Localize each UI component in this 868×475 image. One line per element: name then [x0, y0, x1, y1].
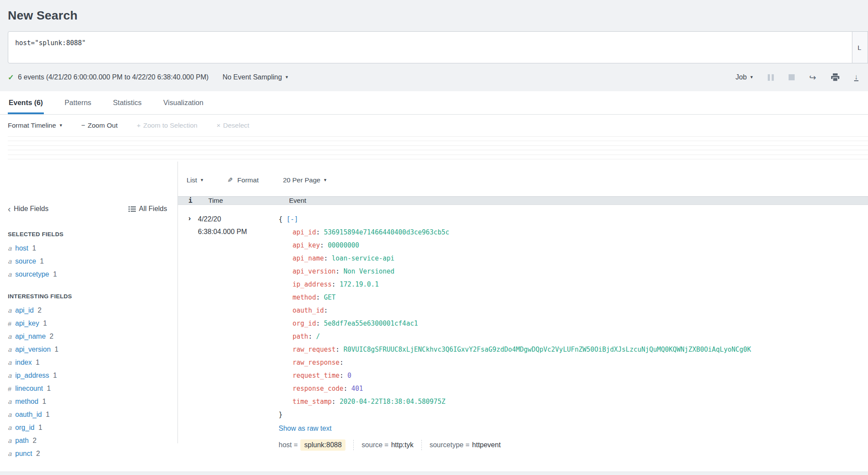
field-link-api_id[interactable]: api_id — [15, 307, 34, 314]
field-count: 2 — [49, 333, 53, 340]
field-row-org_id: aorg_id1 — [0, 421, 178, 434]
export-button[interactable]: ↓ — [854, 74, 859, 81]
expand-event-chevron[interactable]: › — [188, 214, 191, 222]
zoom-to-selection-button[interactable]: +Zoom to Selection — [137, 122, 197, 129]
json-key[interactable]: response_code — [293, 385, 343, 393]
field-link-api_name[interactable]: api_name — [15, 333, 46, 340]
list-view-dropdown[interactable]: List ▾ — [187, 176, 203, 184]
json-key[interactable]: raw_request — [293, 346, 335, 353]
field-link-api_version[interactable]: api_version — [15, 346, 51, 353]
bottom-scroll-strip[interactable] — [0, 472, 868, 475]
field-link-host[interactable]: host — [15, 244, 28, 252]
hide-fields-button[interactable]: ‹ Hide Fields — [8, 205, 49, 213]
show-raw-text-link[interactable]: Show as raw text — [279, 422, 332, 435]
json-key[interactable]: method — [293, 294, 316, 301]
field-row-source: asource1 — [0, 255, 178, 268]
field-link-org_id[interactable]: org_id — [15, 424, 34, 432]
json-key[interactable]: api_id — [293, 228, 316, 236]
all-fields-button[interactable]: All Fields — [128, 205, 167, 213]
meta-value-host[interactable]: splunk:8088 — [300, 439, 345, 451]
json-key[interactable]: request_time — [293, 372, 339, 379]
json-value[interactable]: 401 — [351, 385, 363, 393]
field-count: 2 — [33, 437, 36, 445]
field-type-icon: # — [8, 320, 15, 327]
field-link-ip_address[interactable]: ip_address — [15, 372, 49, 379]
json-value[interactable]: / — [316, 333, 320, 340]
stop-icon — [789, 74, 795, 80]
json-value[interactable]: 536915894e71466440400d3ce963cb5c — [324, 228, 449, 236]
page-title: New Search — [8, 9, 868, 23]
list-icon — [128, 206, 136, 212]
json-value[interactable]: 0 — [347, 372, 351, 379]
field-count: 1 — [43, 320, 47, 327]
json-value[interactable]: 5e8df7ea55e6300001cf4ac1 — [324, 320, 418, 327]
field-count: 1 — [36, 359, 39, 366]
field-link-method[interactable]: method — [15, 398, 38, 406]
json-value[interactable]: Non Versioned — [343, 267, 394, 275]
time-range-picker-button[interactable]: L — [852, 31, 868, 63]
field-row-index: aindex1 — [0, 356, 178, 369]
job-dropdown[interactable]: Job ▾ — [736, 73, 753, 81]
pause-button[interactable] — [768, 74, 774, 81]
json-value[interactable]: 2020-04-22T18:38:04.580975Z — [339, 398, 445, 406]
chevron-down-icon: ▾ — [750, 74, 753, 79]
json-value[interactable]: 00000000 — [328, 241, 359, 249]
tab-visualization[interactable]: Visualization — [162, 92, 204, 114]
zoom-out-button[interactable]: −Zoom Out — [81, 122, 118, 129]
json-field-org_id: org_id: 5e8df7ea55e6300001cf4ac1 — [279, 317, 868, 330]
format-timeline-dropdown[interactable]: Format Timeline ▾ — [8, 122, 62, 129]
meta-separator — [421, 440, 422, 450]
field-link-api_key[interactable]: api_key — [15, 320, 39, 327]
field-type-icon: a — [8, 244, 15, 252]
field-link-source[interactable]: source — [15, 257, 36, 265]
meta-value-source[interactable]: http:tyk — [391, 441, 414, 449]
meta-value-sourcetype[interactable]: httpevent — [472, 441, 501, 449]
field-type-icon: a — [8, 270, 15, 278]
json-key[interactable]: api_key — [293, 241, 320, 249]
minus-icon: − — [81, 122, 85, 129]
field-link-oauth_id[interactable]: oauth_id — [15, 411, 42, 419]
json-collapse-toggle[interactable]: [-] — [286, 215, 298, 223]
field-link-path[interactable]: path — [15, 437, 29, 445]
tab-events[interactable]: Events (6) — [8, 92, 44, 114]
column-header-time: Time — [208, 197, 289, 205]
event-sampling-dropdown[interactable]: No Event Sampling ▾ — [223, 73, 288, 81]
json-field-api_version: api_version: Non Versioned — [279, 265, 868, 278]
field-link-punct[interactable]: punct — [15, 450, 32, 458]
print-button[interactable] — [831, 73, 839, 81]
event-time: 6:38:04.000 PM — [198, 225, 279, 238]
deselect-button[interactable]: ×Deselect — [217, 122, 249, 129]
search-input[interactable] — [8, 31, 852, 63]
field-type-icon: a — [8, 359, 15, 366]
json-value[interactable]: 172.19.0.1 — [339, 280, 378, 288]
field-type-icon: a — [8, 450, 15, 458]
tab-statistics[interactable]: Statistics — [112, 92, 142, 114]
json-key[interactable]: time_stamp — [293, 398, 332, 406]
stop-button[interactable] — [789, 74, 795, 80]
event-cell: { [-] api_id: 536915894e71466440400d3ce9… — [279, 213, 868, 451]
per-page-dropdown[interactable]: 20 Per Page ▾ — [283, 176, 326, 184]
meta-label-host: host = — [279, 441, 298, 449]
event-timeline-chart[interactable] — [8, 135, 868, 162]
field-type-icon: a — [8, 346, 15, 353]
json-key[interactable]: ip_address — [293, 280, 332, 288]
format-results-button[interactable]: ✎ Format — [227, 176, 259, 184]
field-row-method: amethod1 — [0, 395, 178, 408]
tab-patterns[interactable]: Patterns — [64, 92, 92, 114]
json-key[interactable]: path — [293, 333, 308, 340]
json-key[interactable]: org_id — [293, 320, 316, 327]
json-key[interactable]: raw_response — [293, 359, 339, 366]
json-value[interactable]: GET — [324, 294, 335, 301]
json-open-line: { [-] — [279, 213, 868, 226]
json-key[interactable]: api_name — [293, 254, 324, 262]
json-value[interactable]: R0VUIC8gSFRUUC8xLjENCkhvc3Q6IGxvY2FsaG9z… — [343, 346, 751, 353]
field-link-linecount[interactable]: linecount — [15, 385, 43, 393]
json-value[interactable]: loan-service-api — [332, 254, 395, 262]
field-link-sourcetype[interactable]: sourcetype — [15, 270, 49, 278]
json-key[interactable]: api_version — [293, 267, 335, 275]
json-field-oauth_id: oauth_id: — [279, 304, 868, 317]
json-key[interactable]: oauth_id — [293, 307, 324, 314]
share-button[interactable]: ↪ — [809, 73, 816, 82]
json-field-api_name: api_name: loan-service-api — [279, 252, 868, 265]
field-link-index[interactable]: index — [15, 359, 32, 366]
